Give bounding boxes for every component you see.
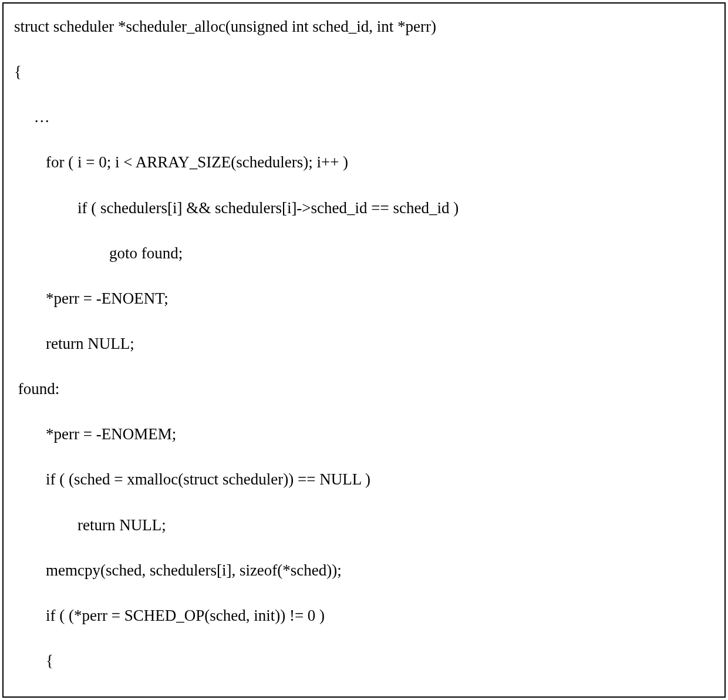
code-line: return NULL; xyxy=(14,332,714,355)
code-line: if ( (sched = xmalloc(struct scheduler))… xyxy=(14,468,714,491)
code-line: … xyxy=(14,106,714,129)
code-line: *perr = -ENOENT; xyxy=(14,287,714,310)
code-line: if ( (*perr = SCHED_OP(sched, init)) != … xyxy=(14,604,714,627)
code-line: goto found; xyxy=(14,242,714,265)
code-line: return NULL; xyxy=(14,514,714,537)
code-line: { xyxy=(14,60,714,83)
code-line: xfree(sched); xyxy=(14,695,714,700)
code-line: for ( i = 0; i < ARRAY_SIZE(schedulers);… xyxy=(14,151,714,174)
code-container: struct scheduler *scheduler_alloc(unsign… xyxy=(2,2,726,698)
code-line: found: xyxy=(14,378,714,401)
code-line: { xyxy=(14,649,714,672)
code-line: if ( schedulers[i] && schedulers[i]->sch… xyxy=(14,197,714,220)
code-line: *perr = -ENOMEM; xyxy=(14,423,714,446)
code-line: struct scheduler *scheduler_alloc(unsign… xyxy=(14,15,714,38)
code-line: memcpy(sched, schedulers[i], sizeof(*sch… xyxy=(14,559,714,582)
